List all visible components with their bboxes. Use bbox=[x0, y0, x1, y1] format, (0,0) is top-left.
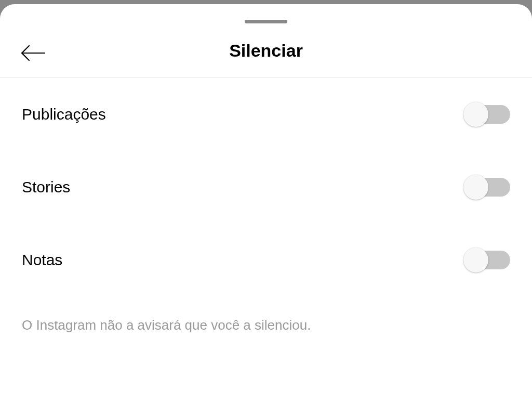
toggle-thumb bbox=[463, 102, 488, 127]
toggle-publicacoes[interactable] bbox=[463, 103, 510, 125]
option-label: Stories bbox=[22, 178, 70, 196]
sheet-header: Silenciar bbox=[0, 4, 532, 78]
footer-note: O Instagram não a avisará que você a sil… bbox=[0, 296, 532, 333]
option-row-publicacoes: Publicações bbox=[22, 78, 510, 151]
options-list: Publicações Stories Notas bbox=[0, 78, 532, 296]
toggle-stories[interactable] bbox=[463, 176, 510, 198]
option-label: Publicações bbox=[22, 106, 106, 123]
toggle-thumb bbox=[463, 175, 488, 200]
option-row-stories: Stories bbox=[22, 151, 510, 224]
back-button[interactable] bbox=[20, 42, 49, 67]
toggle-thumb bbox=[463, 248, 488, 272]
page-title: Silenciar bbox=[229, 41, 303, 61]
option-row-notas: Notas bbox=[22, 224, 510, 296]
option-label: Notas bbox=[22, 251, 62, 269]
toggle-notas[interactable] bbox=[463, 249, 510, 271]
arrow-left-icon bbox=[20, 43, 47, 65]
mute-sheet: Silenciar Publicações Stories Notas O In… bbox=[0, 4, 532, 416]
